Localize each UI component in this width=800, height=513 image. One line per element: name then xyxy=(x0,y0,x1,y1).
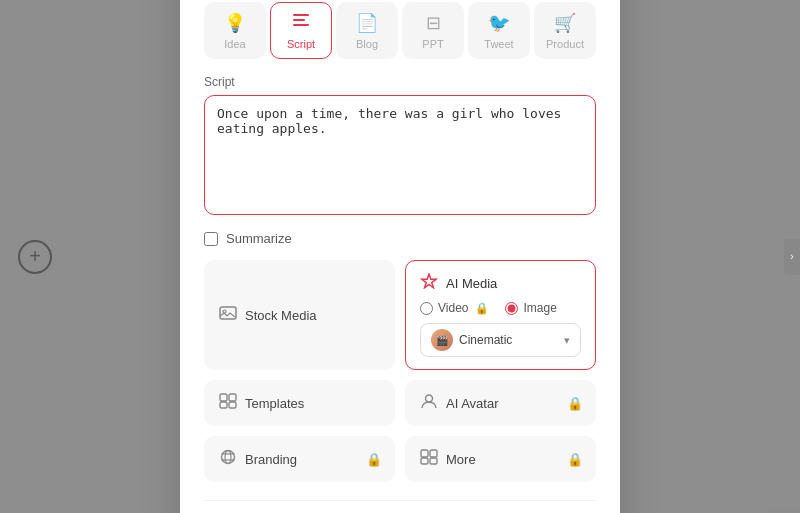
script-field-label: Script xyxy=(204,75,596,89)
ai-avatar-label: AI Avatar xyxy=(446,396,499,411)
branding-card[interactable]: Branding 🔒 xyxy=(204,436,395,482)
collapse-arrow[interactable]: › xyxy=(784,239,800,275)
stock-media-label: Stock Media xyxy=(245,308,317,323)
tab-ppt[interactable]: ⊟ PPT xyxy=(402,2,464,59)
more-label: More xyxy=(446,452,476,467)
svg-rect-7 xyxy=(220,402,227,408)
footer-row: Close ✓ Submit xyxy=(204,500,596,513)
tab-blog[interactable]: 📄 Blog xyxy=(336,2,398,59)
video-radio[interactable] xyxy=(420,302,433,315)
ppt-icon: ⊟ xyxy=(426,12,441,34)
blog-icon: 📄 xyxy=(356,12,378,34)
summarize-label: Summarize xyxy=(226,231,292,246)
ai-avatar-icon xyxy=(420,393,438,413)
templates-label: Templates xyxy=(245,396,304,411)
svg-rect-2 xyxy=(293,24,309,26)
svg-rect-16 xyxy=(421,458,428,464)
options-grid: Stock Media AI Media Video 🔒 xyxy=(204,260,596,482)
templates-card[interactable]: Templates xyxy=(204,380,395,426)
stock-media-icon xyxy=(219,305,237,325)
summarize-checkbox[interactable] xyxy=(204,232,218,246)
tab-product-label: Product xyxy=(546,38,584,50)
svg-rect-8 xyxy=(229,402,236,408)
svg-rect-5 xyxy=(220,394,227,401)
svg-point-10 xyxy=(222,451,235,464)
svg-rect-6 xyxy=(229,394,236,401)
tab-ppt-label: PPT xyxy=(422,38,443,50)
ai-media-label: AI Media xyxy=(446,276,497,291)
cinematic-dropdown[interactable]: 🎬 Cinematic ▾ xyxy=(420,323,581,357)
templates-icon xyxy=(219,393,237,413)
tweet-icon: 🐦 xyxy=(488,12,510,34)
tab-product[interactable]: 🛒 Product xyxy=(534,2,596,59)
tab-idea-label: Idea xyxy=(224,38,245,50)
tab-script[interactable]: Script xyxy=(270,2,332,59)
svg-rect-15 xyxy=(430,450,437,457)
summarize-row: Summarize xyxy=(204,231,596,246)
more-icon xyxy=(420,449,438,469)
branding-lock-icon: 🔒 xyxy=(366,452,382,467)
cinematic-avatar: 🎬 xyxy=(431,329,453,351)
svg-point-11 xyxy=(225,451,231,464)
image-radio-label[interactable]: Image xyxy=(505,301,556,315)
tab-tweet-label: Tweet xyxy=(484,38,513,50)
svg-rect-1 xyxy=(293,19,305,21)
more-lock-icon: 🔒 xyxy=(567,452,583,467)
video-lock-icon: 🔒 xyxy=(475,302,489,315)
stock-media-card[interactable]: Stock Media xyxy=(204,260,395,370)
tab-script-label: Script xyxy=(287,38,315,50)
svg-rect-17 xyxy=(430,458,437,464)
media-type-row: Video 🔒 Image xyxy=(420,301,581,315)
tab-tweet[interactable]: 🐦 Tweet xyxy=(468,2,530,59)
tabs-row: 💡 Idea Script 📄 Blog ⊟ PPT 🐦 Tweet xyxy=(204,2,596,59)
ai-avatar-card[interactable]: AI Avatar 🔒 xyxy=(405,380,596,426)
tab-blog-label: Blog xyxy=(356,38,378,50)
script-textarea[interactable] xyxy=(204,95,596,215)
ai-media-card[interactable]: AI Media Video 🔒 Image 🎬 xyxy=(405,260,596,370)
svg-point-4 xyxy=(223,310,226,313)
ai-avatar-lock-icon: 🔒 xyxy=(567,396,583,411)
product-icon: 🛒 xyxy=(554,12,576,34)
magic-create-modal: Magic Create 💡 Idea Script 📄 Blog ⊟ PPT xyxy=(180,0,620,513)
video-radio-label[interactable]: Video 🔒 xyxy=(420,301,489,315)
svg-rect-0 xyxy=(293,14,309,16)
cinematic-left: 🎬 Cinematic xyxy=(431,329,512,351)
svg-rect-3 xyxy=(220,307,236,319)
idea-icon: 💡 xyxy=(224,12,246,34)
video-label: Video xyxy=(438,301,468,315)
ai-media-icon xyxy=(420,273,438,293)
tab-idea[interactable]: 💡 Idea xyxy=(204,2,266,59)
branding-icon xyxy=(219,449,237,469)
image-radio[interactable] xyxy=(505,302,518,315)
svg-rect-14 xyxy=(421,450,428,457)
chevron-down-icon: ▾ xyxy=(564,334,570,347)
add-button[interactable]: + xyxy=(18,240,52,274)
cinematic-label: Cinematic xyxy=(459,333,512,347)
svg-point-9 xyxy=(426,395,433,402)
script-icon xyxy=(291,11,311,34)
image-label: Image xyxy=(523,301,556,315)
more-card[interactable]: More 🔒 xyxy=(405,436,596,482)
branding-label: Branding xyxy=(245,452,297,467)
